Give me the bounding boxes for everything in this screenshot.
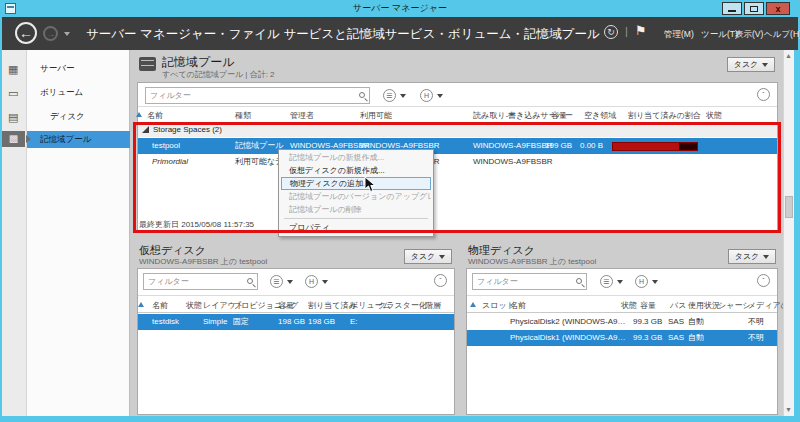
virtual-col-name[interactable]: 名前 xyxy=(152,300,168,311)
sidebar-icon-strip: ▦ ▭ ▤ xyxy=(2,50,27,416)
menu-item-properties[interactable]: プロパティ xyxy=(281,221,431,235)
primordial-name[interactable]: Primordial xyxy=(152,157,188,167)
virtual-panel-subtitle: WINDOWS-A9FBSBR 上の testpool xyxy=(139,256,267,267)
pools-filter-input[interactable] xyxy=(145,87,370,104)
virtual-filter-group-caret-icon[interactable] xyxy=(322,280,328,284)
menu-item-add-physical-disk[interactable]: 物理ディスクの追加... xyxy=(281,177,431,190)
testpool-rw-server: WINDOWS-A9FBSBR xyxy=(473,141,553,151)
mouse-cursor xyxy=(364,176,377,193)
physical-filter-input[interactable] xyxy=(472,273,587,290)
scrollbar-up-icon[interactable]: ▲ xyxy=(783,50,794,62)
pools-col-type[interactable]: 種類 xyxy=(235,110,251,121)
physical-filter-list-caret-icon[interactable] xyxy=(617,280,623,284)
physical-sort-icon[interactable] xyxy=(470,302,476,307)
menu-help[interactable]: ヘルプ(H) xyxy=(764,29,800,41)
window-scrollbar[interactable] xyxy=(783,50,794,416)
testpool-allocated-bar xyxy=(612,142,698,151)
pools-col-allocated-pct[interactable]: 割り当て済みの割合 xyxy=(628,110,701,121)
forward-button[interactable]: → xyxy=(43,26,58,41)
testdisk-capacity: 198 GB xyxy=(278,317,305,327)
physical-filter-group-caret-icon[interactable] xyxy=(652,280,658,284)
virtual-collapse-chevron-icon[interactable]: ˇ xyxy=(434,274,447,287)
disk1-usage: 自動 xyxy=(688,333,704,343)
pools-filter-group-caret-icon[interactable] xyxy=(437,94,443,98)
physical-search-icon xyxy=(576,278,582,284)
pools-col-status[interactable]: 状態 xyxy=(706,110,722,121)
virtual-header-divider xyxy=(138,312,454,313)
forward-arrow-icon: → xyxy=(46,28,56,39)
physical-filter-list-icon[interactable]: ☰ xyxy=(600,275,613,288)
pools-group-row[interactable]: Storage Spaces (2) xyxy=(138,123,777,137)
virtual-filter-input[interactable] xyxy=(143,273,258,290)
sidebar-item-servers[interactable]: サーバー xyxy=(27,60,130,77)
maximize-button[interactable] xyxy=(744,2,764,15)
scrollbar-thumb[interactable] xyxy=(785,196,793,218)
notifications-flag-icon[interactable]: ⚑ xyxy=(635,23,647,38)
sidebar-item-volumes[interactable]: ボリューム xyxy=(27,84,130,101)
back-button[interactable]: ← xyxy=(15,22,37,44)
pools-collapse-chevron-icon[interactable]: ˇ xyxy=(757,88,770,101)
pools-toolbar-divider xyxy=(138,106,777,107)
pools-col-available-to[interactable]: 利用可能 xyxy=(360,110,392,121)
virtual-filter-list-caret-icon[interactable] xyxy=(287,280,293,284)
menu-item-new-virtual-disk[interactable]: 仮想ディスクの新規作成... xyxy=(281,164,431,177)
virtual-col-clustered[interactable]: クラスター化 xyxy=(378,300,427,311)
pools-col-capacity[interactable]: 容量 xyxy=(551,110,567,121)
menu-view[interactable]: 表示(V) xyxy=(735,29,763,41)
window-title: サーバー マネージャー xyxy=(0,2,800,15)
dashboard-icon[interactable]: ▦ xyxy=(8,63,22,75)
menu-separator xyxy=(284,218,428,219)
disk2-bus: SAS xyxy=(668,317,684,327)
virtual-filter-list-icon[interactable]: ☰ xyxy=(270,275,283,288)
storage-pools-strip-selected[interactable]: ▩ xyxy=(2,131,25,147)
physical-col-usage[interactable]: 使用状況 xyxy=(688,300,720,311)
physical-col-capacity[interactable]: 容量 xyxy=(640,300,656,311)
physical-filter-group-icon[interactable]: H xyxy=(635,275,648,288)
menu-manage[interactable]: 管理(M) xyxy=(664,29,694,41)
virtual-table-box xyxy=(137,268,455,415)
physical-collapse-chevron-icon[interactable]: ˇ xyxy=(757,274,770,287)
pools-tasks-button[interactable]: タスク xyxy=(727,57,775,72)
virtual-filter-group-icon[interactable]: H xyxy=(305,275,318,288)
breadcrumb: サーバー マネージャー・ファイル サービスと記憶域サービス・ボリューム・記憶域プ… xyxy=(86,26,600,43)
testpool-capacity: 199 GB xyxy=(545,141,572,151)
physical-header-divider xyxy=(467,312,777,313)
testpool-free: 0.00 B xyxy=(580,141,603,151)
pools-col-name[interactable]: 名前 xyxy=(147,110,163,121)
nav-history-caret-icon[interactable] xyxy=(64,32,70,36)
pools-col-managed-by[interactable]: 管理者 xyxy=(290,110,314,121)
virtual-col-capacity[interactable]: 容量 xyxy=(278,300,294,311)
local-server-icon[interactable]: ▭ xyxy=(8,87,22,99)
physical-tasks-button[interactable]: タスク xyxy=(728,249,776,264)
pools-filter-group-icon[interactable]: H xyxy=(420,89,433,102)
pools-tasks-label: タスク xyxy=(734,59,759,70)
disk1-name: PhysicalDisk1 (WINDOWS-A9… xyxy=(510,333,626,343)
physical-col-name[interactable]: 名前 xyxy=(510,300,526,311)
close-button[interactable]: x xyxy=(766,2,790,15)
physical-col-chassis[interactable]: シャーシ xyxy=(718,300,751,311)
pools-filter-list-caret-icon[interactable] xyxy=(400,94,406,98)
primordial-rw-server: WINDOWS-A9FBSBR xyxy=(473,157,553,167)
menu-tools[interactable]: ツール(T) xyxy=(701,29,738,41)
pools-sort-icon[interactable] xyxy=(136,112,142,117)
physical-col-bus[interactable]: バス xyxy=(670,300,686,311)
sidebar-item-disks[interactable]: ディスク xyxy=(27,108,130,125)
disk1-bus: SAS xyxy=(668,333,684,343)
physical-tasks-label: タスク xyxy=(735,251,760,262)
physical-col-status[interactable]: 状態 xyxy=(621,300,637,311)
menu-item-new-storage-pool: 記憶域プールの新規作成... xyxy=(281,151,431,164)
virtual-sort-icon[interactable] xyxy=(138,302,144,307)
physical-tasks-caret-icon xyxy=(763,255,769,259)
testdisk-layout: Simple xyxy=(203,317,227,327)
virtual-col-status[interactable]: 状態 xyxy=(186,300,202,311)
minimize-button[interactable] xyxy=(722,2,742,15)
volumes-icon[interactable]: ▤ xyxy=(8,111,22,123)
refresh-button[interactable]: ↻ xyxy=(604,25,618,39)
pools-col-free[interactable]: 空き領域 xyxy=(584,110,616,121)
pools-filter-list-icon[interactable]: ☰ xyxy=(383,89,396,102)
disk2-name[interactable]: PhysicalDisk2 (WINDOWS-A9… xyxy=(510,317,626,327)
virtual-col-tier[interactable]: 階層 xyxy=(425,300,441,311)
sidebar-item-storage-pools[interactable]: 記憶域プール xyxy=(27,131,130,148)
scrollbar-down-icon[interactable]: ▼ xyxy=(783,404,794,416)
virtual-tasks-button[interactable]: タスク xyxy=(404,249,452,264)
